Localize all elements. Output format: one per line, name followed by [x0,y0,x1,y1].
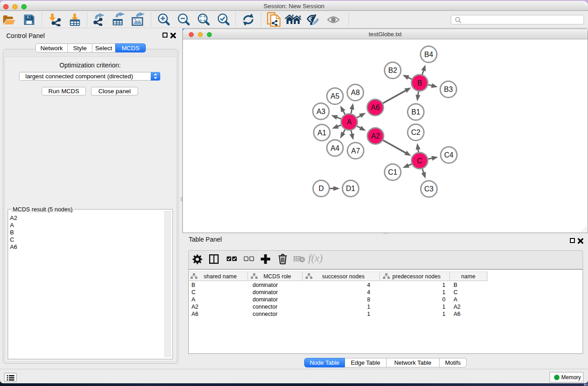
svg-text:C: C [417,157,422,165]
svg-text:B2: B2 [388,67,397,74]
svg-text:A: A [191,296,196,303]
svg-text:1: 1 [442,282,445,288]
svg-text:A4: A4 [330,144,339,152]
svg-text:A6: A6 [371,104,380,111]
svg-text:C3: C3 [424,185,434,193]
svg-text:A7: A7 [351,147,360,155]
svg-text:A3: A3 [316,108,325,115]
svg-text:predecessor nodes: predecessor nodes [392,273,440,280]
svg-text:connector: connector [253,311,277,317]
svg-text:A6: A6 [191,311,198,317]
svg-text:B3: B3 [444,86,453,93]
svg-text:C: C [454,289,458,295]
svg-text:1: 1 [442,289,445,295]
svg-text:D: D [319,185,324,192]
svg-text:C: C [191,289,196,295]
svg-text:0: 0 [442,296,445,303]
svg-text:B1: B1 [411,108,421,116]
svg-text:4: 4 [367,282,370,288]
svg-text:MCDS role: MCDS role [263,273,291,280]
svg-text:A2: A2 [371,132,380,140]
svg-text:successor nodes: successor nodes [322,273,365,280]
svg-text:B: B [417,79,422,87]
svg-text:B4: B4 [424,51,433,58]
svg-text:B: B [454,282,457,288]
svg-text:A: A [454,296,458,303]
svg-text:dominator: dominator [253,296,278,303]
svg-text:C1: C1 [388,168,397,176]
svg-text:A8: A8 [351,89,360,96]
svg-text:1: 1 [367,304,370,310]
svg-text:B: B [191,282,195,288]
svg-text:4: 4 [367,289,370,295]
svg-text:connector: connector [253,304,277,310]
svg-text:shared name: shared name [204,273,237,280]
svg-text:name: name [461,273,475,280]
svg-text:8: 8 [367,296,370,303]
svg-text:A1: A1 [317,129,326,137]
svg-text:1: 1 [367,311,370,317]
svg-text:dominator: dominator [253,282,278,288]
svg-text:A2: A2 [454,304,460,310]
svg-text:C2: C2 [411,129,421,136]
svg-text:A: A [347,118,352,126]
svg-text:A2: A2 [191,304,198,310]
svg-text:C4: C4 [444,151,454,159]
svg-text:1: 1 [442,304,445,310]
svg-text:D1: D1 [346,185,355,192]
svg-text:dominator: dominator [253,289,278,295]
svg-text:A6: A6 [454,311,460,317]
svg-text:A5: A5 [330,92,339,100]
svg-text:1: 1 [442,311,445,317]
